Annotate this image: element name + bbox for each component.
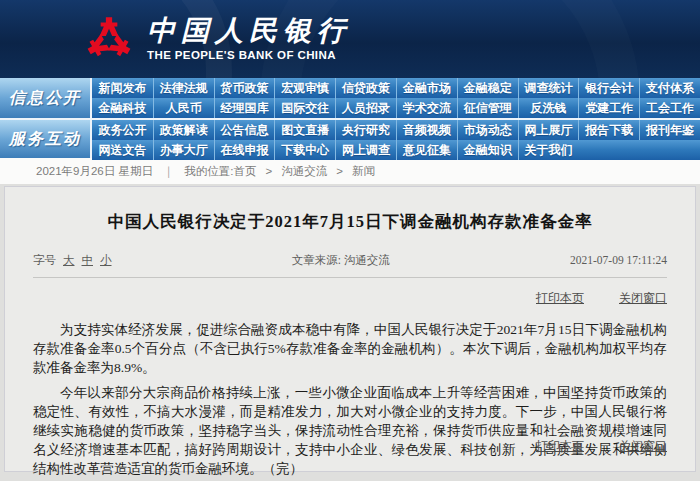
nav-item[interactable]: 在线申报 bbox=[214, 140, 275, 160]
font-size-controls: 字号 大中小 bbox=[33, 253, 112, 268]
nav-item[interactable]: 学术交流 bbox=[396, 98, 457, 118]
article-datetime: 2021-07-09 17:11:24 bbox=[570, 254, 667, 266]
nav-item-empty bbox=[578, 140, 639, 160]
pboc-logo-icon bbox=[84, 13, 134, 63]
breadcrumb-link[interactable]: 新闻 bbox=[352, 164, 375, 179]
font-size-option[interactable]: 小 bbox=[100, 253, 112, 268]
nav-section: 服务互动政务公开政策解读公告信息图文直播央行研究音频视频市场动态网上展厅报告下载… bbox=[0, 118, 700, 158]
close-window-link[interactable]: 关闭窗口 bbox=[619, 291, 667, 305]
breadcrumb-separator: > bbox=[336, 165, 343, 177]
nav-item[interactable]: 网送文告 bbox=[92, 140, 153, 160]
breadcrumb-path: 首页>沟通交流>新闻 bbox=[233, 164, 374, 179]
breadcrumb-divider: ｜ bbox=[163, 164, 174, 179]
nav-item[interactable]: 人员招录 bbox=[335, 98, 396, 118]
nav-item[interactable]: 市场动态 bbox=[457, 120, 518, 140]
nav-item[interactable]: 反洗钱 bbox=[518, 98, 579, 118]
nav-item-empty bbox=[639, 140, 700, 160]
nav-item[interactable]: 支付体系 bbox=[639, 78, 700, 98]
article-paragraph: 为支持实体经济发展，促进综合融资成本稳中有降，中国人民银行决定于2021年7月1… bbox=[33, 320, 667, 377]
article-card: 中国人民银行决定于2021年7月15日下调金融机构存款准备金率 字号 大中小 文… bbox=[4, 186, 696, 472]
nav-item[interactable]: 公告信息 bbox=[214, 120, 275, 140]
nav-item[interactable]: 金融市场 bbox=[396, 78, 457, 98]
article-actions-bottom: 打印本页 关闭窗口 bbox=[536, 438, 667, 455]
nav-item[interactable]: 图文直播 bbox=[274, 120, 335, 140]
breadcrumb-separator: > bbox=[265, 165, 272, 177]
nav-item[interactable]: 意见征集 bbox=[396, 140, 457, 160]
nav-item[interactable]: 政策解读 bbox=[153, 120, 214, 140]
nav-item[interactable]: 网上展厅 bbox=[518, 120, 579, 140]
main-nav: 信息公开新闻发布法律法规货币政策宏观审慎信贷政策金融市场金融稳定调查统计银行会计… bbox=[0, 78, 700, 158]
nav-item[interactable]: 经理国库 bbox=[214, 98, 275, 118]
location-label: 我的位置: bbox=[184, 164, 233, 179]
bank-name-en: THE PEOPLE'S BANK OF CHINA bbox=[147, 49, 351, 61]
nav-item[interactable]: 工会工作 bbox=[639, 98, 700, 118]
article-meta: 字号 大中小 文章来源: 沟通交流 2021-07-09 17:11:24 bbox=[33, 253, 667, 278]
nav-item[interactable]: 党建工作 bbox=[578, 98, 639, 118]
nav-item[interactable]: 调查统计 bbox=[518, 78, 579, 98]
nav-item[interactable]: 关于我们 bbox=[518, 140, 579, 160]
current-date: 2021年9月26日 星期日 bbox=[36, 164, 153, 179]
nav-item[interactable]: 人民币 bbox=[153, 98, 214, 118]
font-size-option[interactable]: 中 bbox=[82, 253, 94, 268]
print-page-link[interactable]: 打印本页 bbox=[536, 291, 584, 305]
nav-item[interactable]: 央行研究 bbox=[335, 120, 396, 140]
nav-items-grid: 政务公开政策解读公告信息图文直播央行研究音频视频市场动态网上展厅报告下载报刊年鉴… bbox=[92, 120, 700, 158]
close-window-link[interactable]: 关闭窗口 bbox=[619, 439, 667, 453]
nav-item[interactable]: 报告下载 bbox=[578, 120, 639, 140]
breadcrumb-link[interactable]: 沟通交流 bbox=[281, 164, 327, 179]
nav-item[interactable]: 办事大厅 bbox=[153, 140, 214, 160]
nav-items-grid: 新闻发布法律法规货币政策宏观审慎信贷政策金融市场金融稳定调查统计银行会计支付体系… bbox=[92, 78, 700, 118]
nav-item[interactable]: 政务公开 bbox=[92, 120, 153, 140]
bank-logo-block[interactable]: 中国人民银行 THE PEOPLE'S BANK OF CHINA bbox=[84, 13, 351, 63]
nav-item[interactable]: 货币政策 bbox=[214, 78, 275, 98]
nav-section-label[interactable]: 服务互动 bbox=[0, 120, 92, 158]
nav-item[interactable]: 音频视频 bbox=[396, 120, 457, 140]
nav-item[interactable]: 宏观审慎 bbox=[274, 78, 335, 98]
article-actions-top: 打印本页 关闭窗口 bbox=[33, 290, 667, 307]
article-source: 文章来源: 沟通交流 bbox=[112, 253, 571, 268]
nav-item[interactable]: 网上调查 bbox=[335, 140, 396, 160]
nav-item[interactable]: 国际交往 bbox=[274, 98, 335, 118]
nav-item[interactable]: 新闻发布 bbox=[92, 78, 153, 98]
font-size-label: 字号 bbox=[33, 253, 56, 268]
breadcrumb-link[interactable]: 首页 bbox=[233, 164, 256, 179]
nav-item[interactable]: 报刊年鉴 bbox=[639, 120, 700, 140]
nav-item[interactable]: 金融稳定 bbox=[457, 78, 518, 98]
nav-item[interactable]: 征信管理 bbox=[457, 98, 518, 118]
nav-section-label[interactable]: 信息公开 bbox=[0, 78, 92, 118]
nav-item[interactable]: 下载中心 bbox=[274, 140, 335, 160]
bank-name-cn: 中国人民银行 bbox=[147, 16, 351, 46]
site-header: 中国人民银行 THE PEOPLE'S BANK OF CHINA bbox=[0, 0, 700, 78]
article-paragraph: 今年以来部分大宗商品价格持续上涨，一些小微企业面临成本上升等经营困难，中国坚持货… bbox=[33, 383, 667, 478]
breadcrumb: 2021年9月26日 星期日 ｜ 我的位置: 首页>沟通交流>新闻 bbox=[0, 158, 700, 184]
nav-item[interactable]: 信贷政策 bbox=[335, 78, 396, 98]
print-page-link[interactable]: 打印本页 bbox=[536, 439, 584, 453]
font-size-option[interactable]: 大 bbox=[63, 253, 75, 268]
nav-item[interactable]: 银行会计 bbox=[578, 78, 639, 98]
nav-section: 信息公开新闻发布法律法规货币政策宏观审慎信贷政策金融市场金融稳定调查统计银行会计… bbox=[0, 78, 700, 118]
nav-item[interactable]: 法律法规 bbox=[153, 78, 214, 98]
nav-item[interactable]: 金融科技 bbox=[92, 98, 153, 118]
article-title: 中国人民银行决定于2021年7月15日下调金融机构存款准备金率 bbox=[33, 211, 667, 233]
nav-item[interactable]: 金融知识 bbox=[457, 140, 518, 160]
